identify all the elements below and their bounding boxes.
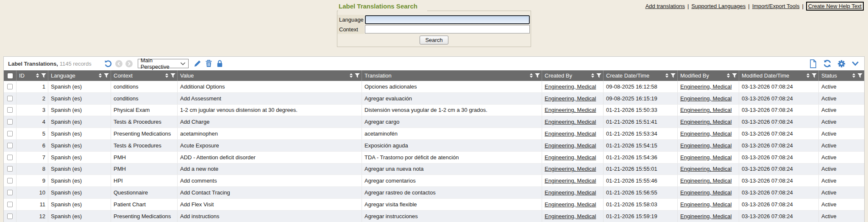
- row-checkbox[interactable]: [7, 84, 13, 89]
- row-checkbox[interactable]: [7, 178, 13, 183]
- language-input[interactable]: [365, 15, 530, 24]
- created_by-link[interactable]: Engineering, Medical: [545, 142, 596, 149]
- header-link-create-new-help-text[interactable]: Create New Help Text: [806, 2, 864, 11]
- chevron-down-icon[interactable]: [851, 61, 859, 67]
- table-row[interactable]: 9Spanish (es)HPIAdd commentsAgregar come…: [4, 175, 864, 187]
- column-header-language[interactable]: Language: [48, 70, 111, 81]
- row-checkbox[interactable]: [7, 202, 13, 207]
- sort-icon[interactable]: [349, 73, 353, 78]
- row-checkbox[interactable]: [7, 119, 13, 125]
- column-header-create_dt[interactable]: Create Date/Time: [604, 70, 678, 81]
- prev-icon[interactable]: [115, 60, 122, 67]
- modified_by-link[interactable]: Engineering, Medical: [680, 213, 732, 219]
- row-checkbox[interactable]: [7, 107, 13, 113]
- header-link-import-export-tools[interactable]: Import/Export Tools: [752, 3, 800, 9]
- created_by-link[interactable]: Engineering, Medical: [545, 107, 596, 113]
- table-row[interactable]: 6Spanish (es)Tests & ProceduresAcute Exp…: [4, 140, 864, 152]
- filter-icon[interactable]: [732, 73, 737, 78]
- refresh-icon[interactable]: [823, 59, 832, 68]
- created_by-link[interactable]: Engineering, Medical: [545, 154, 596, 161]
- row-checkbox[interactable]: [7, 214, 13, 219]
- table-row[interactable]: 8Spanish (es)PMHAdd a new noteAgregar un…: [4, 164, 864, 175]
- header-link-add-translations[interactable]: Add translations: [645, 3, 685, 9]
- column-header-modified_by[interactable]: Modified By: [678, 70, 739, 81]
- created_by-link[interactable]: Engineering, Medical: [545, 166, 596, 172]
- row-checkbox[interactable]: [7, 143, 13, 148]
- filter-icon[interactable]: [670, 73, 676, 78]
- cell-context: Tests & Procedures: [111, 140, 178, 151]
- filter-icon[interactable]: [170, 73, 175, 78]
- edit-icon[interactable]: [194, 60, 201, 67]
- column-header-status[interactable]: Status: [819, 70, 864, 81]
- column-header-context[interactable]: Context: [111, 70, 178, 81]
- table-row[interactable]: 7Spanish (es)PMHADD - Attention deficit …: [4, 152, 864, 164]
- cell-id: 1: [17, 81, 48, 92]
- modified_by-link[interactable]: Engineering, Medical: [680, 119, 732, 125]
- cell-status: Active: [819, 128, 864, 139]
- new-document-icon[interactable]: [809, 59, 817, 68]
- sort-icon[interactable]: [529, 73, 533, 78]
- row-checkbox[interactable]: [7, 96, 13, 101]
- column-header-id[interactable]: ID: [17, 70, 48, 81]
- filter-icon[interactable]: [41, 73, 46, 78]
- undo-icon[interactable]: [104, 60, 112, 68]
- row-checkbox[interactable]: [7, 131, 13, 136]
- created_by-link[interactable]: Engineering, Medical: [545, 213, 596, 219]
- modified_by-link[interactable]: Engineering, Medical: [680, 178, 732, 184]
- column-header-value[interactable]: Value: [178, 70, 362, 81]
- filter-icon[interactable]: [812, 73, 817, 78]
- perspective-select[interactable]: Main Perspective: [138, 59, 189, 68]
- modified_by-link[interactable]: Engineering, Medical: [680, 95, 732, 102]
- table-row[interactable]: 12Spanish (es)Presenting MedicationsAdd …: [4, 211, 864, 222]
- sort-icon[interactable]: [852, 73, 856, 78]
- filter-icon[interactable]: [535, 73, 540, 78]
- next-icon[interactable]: [125, 60, 133, 67]
- filter-icon[interactable]: [104, 73, 109, 78]
- modified_by-link[interactable]: Engineering, Medical: [680, 166, 732, 172]
- modified_by-link[interactable]: Engineering, Medical: [680, 130, 732, 137]
- table-row[interactable]: 2Spanish (es)conditionsAdd AssessmentAgr…: [4, 93, 864, 105]
- row-checkbox[interactable]: [7, 190, 13, 195]
- filter-icon[interactable]: [355, 73, 360, 78]
- table-row[interactable]: 4Spanish (es)Tests & ProceduresAdd Charg…: [4, 116, 864, 128]
- sort-icon[interactable]: [591, 73, 595, 78]
- search-button[interactable]: Search: [420, 36, 448, 44]
- created_by-link[interactable]: Engineering, Medical: [545, 189, 596, 196]
- settings-icon[interactable]: [837, 60, 846, 68]
- table-row[interactable]: 5Spanish (es)Presenting Medicationsaceta…: [4, 128, 864, 140]
- sort-icon[interactable]: [665, 73, 669, 78]
- modified_by-link[interactable]: Engineering, Medical: [680, 83, 732, 90]
- created_by-link[interactable]: Engineering, Medical: [545, 83, 596, 90]
- created_by-link[interactable]: Engineering, Medical: [545, 130, 596, 137]
- filter-icon[interactable]: [596, 73, 601, 78]
- created_by-link[interactable]: Engineering, Medical: [545, 119, 596, 125]
- modified_by-link[interactable]: Engineering, Medical: [680, 107, 732, 113]
- column-header-modified_dt[interactable]: Modified Date/Time: [739, 70, 819, 81]
- table-row[interactable]: 11Spanish (es)Patient ChartAdd Flex Visi…: [4, 199, 864, 211]
- modified_by-link[interactable]: Engineering, Medical: [680, 142, 732, 149]
- table-row[interactable]: 1Spanish (es)conditionsAdditional Option…: [4, 81, 864, 93]
- sort-icon[interactable]: [36, 73, 39, 78]
- created_by-link[interactable]: Engineering, Medical: [545, 201, 596, 208]
- created_by-link[interactable]: Engineering, Medical: [545, 95, 596, 102]
- delete-icon[interactable]: [205, 60, 212, 67]
- sort-icon[interactable]: [806, 73, 810, 78]
- column-header-created_by[interactable]: Created By: [542, 70, 604, 81]
- row-checkbox[interactable]: [7, 166, 13, 172]
- sort-icon[interactable]: [98, 73, 102, 78]
- sort-icon[interactable]: [726, 73, 730, 78]
- modified_by-link[interactable]: Engineering, Medical: [680, 201, 732, 208]
- column-header-translation[interactable]: Translation: [362, 70, 542, 81]
- sort-icon[interactable]: [165, 73, 169, 78]
- lock-icon[interactable]: [216, 60, 223, 67]
- select-all-checkbox[interactable]: [8, 73, 13, 78]
- context-input[interactable]: [365, 25, 530, 33]
- row-checkbox[interactable]: [7, 155, 13, 160]
- modified_by-link[interactable]: Engineering, Medical: [680, 189, 732, 196]
- modified_by-link[interactable]: Engineering, Medical: [680, 154, 732, 161]
- created_by-link[interactable]: Engineering, Medical: [545, 178, 596, 184]
- table-row[interactable]: 10Spanish (es)QuestionnaireAdd Contact T…: [4, 187, 864, 199]
- header-link-supported-languages[interactable]: Supported Languages: [691, 3, 746, 9]
- filter-icon[interactable]: [857, 73, 862, 78]
- table-row[interactable]: 3Spanish (es)Physical Exam1-2 cm jugular…: [4, 105, 864, 117]
